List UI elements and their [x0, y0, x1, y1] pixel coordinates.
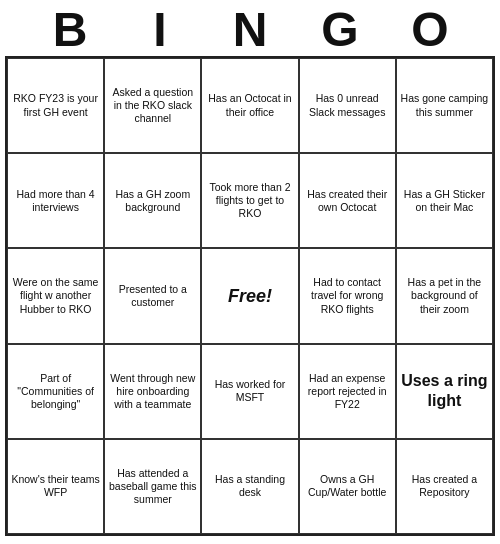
bingo-letter-o: O: [385, 6, 475, 54]
bingo-cell-20[interactable]: Know's their teams WFP: [7, 439, 104, 534]
bingo-cell-8[interactable]: Has created their own Octocat: [299, 153, 396, 248]
bingo-cell-19[interactable]: Uses a ring light: [396, 344, 493, 439]
bingo-cell-17[interactable]: Has worked for MSFT: [201, 344, 298, 439]
bingo-cell-2[interactable]: Has an Octocat in their office: [201, 58, 298, 153]
bingo-cell-1[interactable]: Asked a question in the RKO slack channe…: [104, 58, 201, 153]
bingo-cell-12[interactable]: Free!: [201, 248, 298, 343]
bingo-cell-10[interactable]: Were on the same flight w another Hubber…: [7, 248, 104, 343]
bingo-cell-5[interactable]: Had more than 4 interviews: [7, 153, 104, 248]
bingo-cell-9[interactable]: Has a GH Sticker on their Mac: [396, 153, 493, 248]
bingo-cell-18[interactable]: Had an expense report rejected in FY22: [299, 344, 396, 439]
bingo-cell-24[interactable]: Has created a Repository: [396, 439, 493, 534]
bingo-cell-7[interactable]: Took more than 2 flights to get to RKO: [201, 153, 298, 248]
bingo-letter-n: N: [205, 6, 295, 54]
bingo-header: BINGO: [0, 0, 500, 56]
bingo-grid: RKO FY23 is your first GH eventAsked a q…: [5, 56, 495, 536]
bingo-cell-14[interactable]: Has a pet in the background of their zoo…: [396, 248, 493, 343]
bingo-cell-15[interactable]: Part of "Communities of belonging": [7, 344, 104, 439]
bingo-letter-b: B: [25, 6, 115, 54]
bingo-cell-23[interactable]: Owns a GH Cup/Water bottle: [299, 439, 396, 534]
bingo-cell-6[interactable]: Has a GH zoom background: [104, 153, 201, 248]
bingo-letter-i: I: [115, 6, 205, 54]
bingo-cell-0[interactable]: RKO FY23 is your first GH event: [7, 58, 104, 153]
bingo-cell-21[interactable]: Has attended a baseball game this summer: [104, 439, 201, 534]
bingo-letter-g: G: [295, 6, 385, 54]
bingo-cell-3[interactable]: Has 0 unread Slack messages: [299, 58, 396, 153]
bingo-cell-16[interactable]: Went through new hire onboarding with a …: [104, 344, 201, 439]
bingo-cell-11[interactable]: Presented to a customer: [104, 248, 201, 343]
bingo-cell-13[interactable]: Had to contact travel for wrong RKO flig…: [299, 248, 396, 343]
bingo-cell-4[interactable]: Has gone camping this summer: [396, 58, 493, 153]
bingo-cell-22[interactable]: Has a standing desk: [201, 439, 298, 534]
